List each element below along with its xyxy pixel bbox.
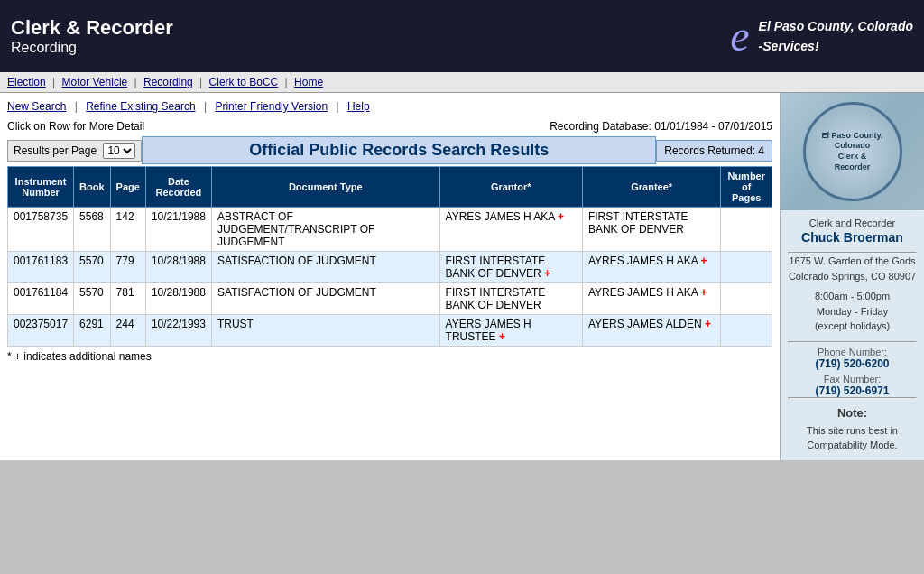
- fax-label: Fax Number:: [788, 374, 917, 384]
- nav-motor-vehicle[interactable]: Motor Vehicle: [62, 76, 128, 88]
- table-cell: AYRES JAMES H AKA +: [439, 208, 582, 252]
- nav-recording[interactable]: Recording: [143, 76, 193, 88]
- table-cell: 5570: [74, 252, 111, 283]
- table-cell: AYERS JAMES ALDEN +: [582, 315, 721, 347]
- nav-home[interactable]: Home: [294, 76, 323, 88]
- header-branding: e El Paso County, Colorado -Services!: [730, 14, 913, 58]
- col-grantee: Grantee*: [582, 167, 721, 208]
- table-cell: 10/22/1993: [145, 315, 211, 347]
- results-controls: Results per Page 10 25 50 Official Publi…: [7, 136, 772, 164]
- table-cell: AYRES JAMES H AKA +: [582, 283, 721, 315]
- county-name: El Paso County, Colorado -Services!: [759, 16, 913, 57]
- phone-value: (719) 520-6200: [788, 357, 917, 370]
- table-cell: [721, 315, 772, 347]
- refine-search-link[interactable]: Refine Existing Search: [86, 100, 195, 113]
- address-line2: Colorado Springs, CO 80907: [789, 271, 916, 282]
- sidebar: El Paso County, Colorado Clerk & Recorde…: [780, 93, 924, 460]
- table-cell: 10/28/1988: [145, 252, 211, 283]
- note-text: This site runs best in Compatability Mod…: [788, 423, 917, 453]
- table-cell: FIRST INTERSTATE BANK OF DENVER: [582, 208, 721, 252]
- col-date: DateRecorded: [145, 167, 211, 208]
- table-cell: ABSTRACT OF JUDGEMENT/TRANSCRIPT OF JUDG…: [211, 208, 439, 252]
- hours-time: 8:00am - 5:00pm: [815, 291, 890, 301]
- table-row[interactable]: 001761183557077910/28/1988SATISFACTION O…: [8, 252, 772, 283]
- table-cell: 002375017: [8, 315, 74, 347]
- table-cell: 5570: [74, 283, 111, 315]
- table-cell: 10/21/1988: [145, 208, 211, 252]
- table-row[interactable]: 001761184557078110/28/1988SATISFACTION O…: [8, 283, 772, 315]
- table-cell: [721, 252, 772, 283]
- table-cell: 6291: [74, 315, 111, 347]
- seal-text-3: Clerk &: [838, 152, 867, 162]
- hours-block: 8:00am - 5:00pm Monday - Friday (except …: [788, 289, 917, 334]
- table-cell: SATISFACTION OF JUDGMENT: [211, 283, 439, 315]
- recorder-name: Chuck Broerman: [788, 230, 917, 245]
- content-area: New Search | Refine Existing Search | Pr…: [0, 93, 780, 460]
- help-link[interactable]: Help: [347, 100, 370, 113]
- note-label: Note:: [788, 406, 917, 420]
- e-logo-icon: e: [730, 14, 749, 58]
- printer-friendly-link[interactable]: Printer Friendly Version: [215, 100, 328, 113]
- table-cell: FIRST INTERSTATE BANK OF DENVER +: [439, 252, 582, 283]
- table-cell: 142: [110, 208, 145, 252]
- table-cell: AYERS JAMES H TRUSTEE +: [439, 315, 582, 347]
- seal-text-2: Colorado: [835, 141, 871, 152]
- site-title: Clerk & Recorder: [11, 16, 173, 40]
- address-block: 1675 W. Garden of the Gods Colorado Spri…: [788, 254, 917, 283]
- table-cell: TRUST: [211, 315, 439, 347]
- table-cell: 244: [110, 315, 145, 347]
- col-doc-type: Document Type: [211, 167, 439, 208]
- click-hint: Click on Row for More Detail: [7, 120, 144, 133]
- sidebar-info: Clerk and Recorder Chuck Broerman 1675 W…: [781, 210, 924, 460]
- records-returned: Records Returned: 4: [656, 140, 772, 162]
- table-cell: 10/28/1988: [145, 283, 211, 315]
- table-cell: [721, 283, 772, 315]
- site-subtitle: Recording: [11, 40, 173, 56]
- navigation-bar: Election | Motor Vehicle | Recording | C…: [0, 72, 924, 93]
- header-title-block: Clerk & Recorder Recording: [11, 16, 173, 56]
- new-search-link[interactable]: New Search: [7, 100, 66, 113]
- col-instrument: InstrumentNumber: [8, 167, 74, 208]
- table-cell: 781: [110, 283, 145, 315]
- seal-text-1: El Paso County,: [822, 131, 883, 142]
- results-title: Official Public Records Search Results: [142, 136, 656, 164]
- table-cell: 5568: [74, 208, 111, 252]
- table-row[interactable]: 001758735556814210/21/1988ABSTRACT OF JU…: [8, 208, 772, 252]
- col-page: Page: [110, 167, 145, 208]
- fax-value: (719) 520-6971: [788, 384, 917, 397]
- action-bar: New Search | Refine Existing Search | Pr…: [7, 100, 772, 113]
- col-book: Book: [74, 167, 111, 208]
- main-layout: New Search | Refine Existing Search | Pr…: [0, 93, 924, 460]
- hours-note: (except holidays): [815, 320, 890, 331]
- col-pages: Numberof Pages: [721, 167, 772, 208]
- divider3: [788, 397, 917, 399]
- table-cell: [721, 208, 772, 252]
- table-cell: 001761184: [8, 283, 74, 315]
- nav-election[interactable]: Election: [7, 76, 46, 88]
- nav-clerk-to-bocc[interactable]: Clerk to BoCC: [209, 76, 279, 88]
- table-cell: 001761183: [8, 252, 74, 283]
- per-page-select[interactable]: 10 25 50: [103, 143, 135, 159]
- dept-label: Clerk and Recorder: [788, 218, 917, 228]
- page-header: Clerk & Recorder Recording e El Paso Cou…: [0, 0, 924, 72]
- table-cell: FIRST INTERSTATE BANK OF DENVER: [439, 283, 582, 315]
- address-line1: 1675 W. Garden of the Gods: [789, 255, 915, 266]
- results-table: InstrumentNumber Book Page DateRecorded …: [7, 166, 772, 347]
- table-cell: AYRES JAMES H AKA +: [582, 252, 721, 283]
- table-cell: 001758735: [8, 208, 74, 252]
- per-page-control: Results per Page 10 25 50: [7, 140, 142, 162]
- table-body: 001758735556814210/21/1988ABSTRACT OF JU…: [8, 208, 772, 347]
- seal-circle: El Paso County, Colorado Clerk & Recorde…: [803, 102, 902, 201]
- table-notes: * + indicates additional names: [7, 350, 772, 363]
- col-grantor: Grantor*: [439, 167, 582, 208]
- phone-label: Phone Number:: [788, 347, 917, 357]
- county-seal: El Paso County, Colorado Clerk & Recorde…: [781, 93, 924, 210]
- hours-days: Monday - Friday: [817, 306, 888, 317]
- table-cell: 779: [110, 252, 145, 283]
- table-cell: SATISFACTION OF JUDGMENT: [211, 252, 439, 283]
- divider2: [788, 341, 917, 343]
- table-row[interactable]: 002375017629124410/22/1993TRUSTAYERS JAM…: [8, 315, 772, 347]
- seal-text-4: Recorder: [835, 162, 871, 173]
- per-page-label: Results per Page: [14, 144, 97, 157]
- db-info: Recording Database: 01/01/1984 - 07/01/2…: [550, 120, 772, 133]
